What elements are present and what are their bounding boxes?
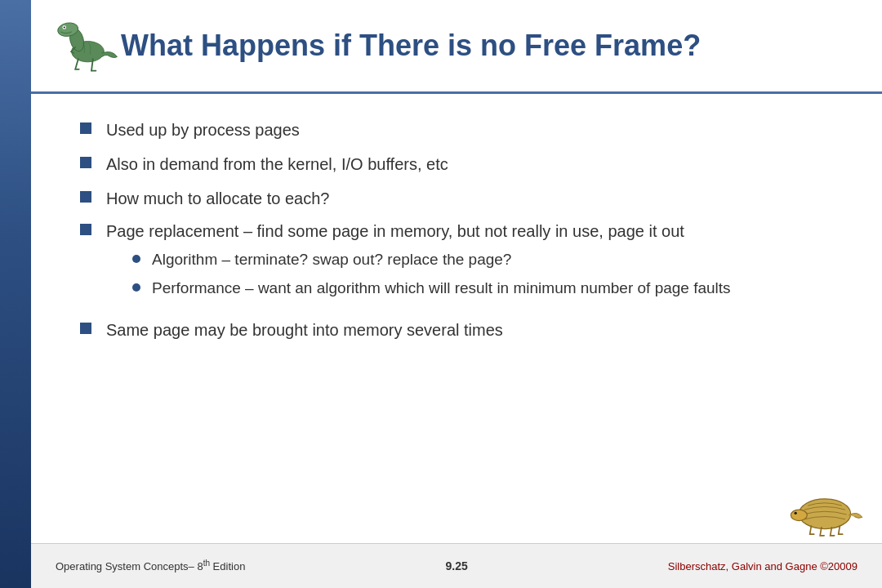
bullet-square-icon — [80, 191, 91, 203]
sub-item-1: Algorithm – terminate? swap out? replace… — [132, 249, 731, 271]
svg-point-6 — [791, 510, 807, 520]
footer-page-number: 9.25 — [445, 559, 467, 572]
bullet-circle-icon — [132, 283, 140, 292]
bullet-item-1: Used up by process pages — [80, 118, 833, 141]
bullet-square-icon — [80, 157, 91, 168]
slide-title: What Happens if There is no Free Frame? — [121, 29, 701, 63]
sub-item-2: Performance – want an algorithm which wi… — [132, 278, 731, 300]
bullet-circle-icon — [132, 255, 140, 263]
bullet-item-5: Same page may be brought into memory sev… — [80, 318, 833, 341]
bullet-text-2: Also in demand from the kernel, I/O buff… — [106, 153, 448, 176]
sub-text-2: Performance – want an algorithm which wi… — [152, 278, 731, 300]
bullet-item-2: Also in demand from the kernel, I/O buff… — [80, 153, 833, 176]
svg-point-7 — [795, 512, 797, 514]
bullet-text-1: Used up by process pages — [106, 118, 300, 141]
bullet-square-icon — [80, 122, 91, 134]
bullet-text-3: How much to allocate to each? — [106, 187, 330, 210]
sub-text-1: Algorithm – terminate? swap out? replace… — [152, 249, 511, 271]
footer-edition: Operating System Concepts– 8th Edition — [56, 559, 245, 572]
bullet-square-icon — [80, 224, 91, 235]
bullet-text-5: Same page may be brought into memory sev… — [106, 318, 503, 341]
slide-header: What Happens if There is no Free Frame? — [31, 0, 882, 94]
slide-footer: Operating System Concepts– 8th Edition 9… — [31, 543, 882, 588]
dinosaur-top-icon — [47, 9, 121, 82]
slide-content: Used up by process pages Also in demand … — [31, 94, 882, 543]
sub-bullet-list: Algorithm – terminate? swap out? replace… — [132, 249, 731, 299]
bullet-item-4: Page replacement – find some page in mem… — [80, 220, 833, 305]
left-accent-bar — [0, 0, 31, 588]
bullet-item-3: How much to allocate to each? — [80, 187, 833, 210]
dinosaur-bottom-icon — [784, 478, 866, 543]
svg-point-4 — [64, 26, 65, 28]
bullet-square-icon — [80, 323, 91, 334]
bullet-text-4: Page replacement – find some page in mem… — [106, 222, 684, 240]
main-bullet-list: Used up by process pages Also in demand … — [80, 118, 833, 341]
slide-container: What Happens if There is no Free Frame? … — [0, 0, 882, 588]
footer-copyright: Silberschatz, Galvin and Gagne ©20009 — [668, 560, 858, 572]
